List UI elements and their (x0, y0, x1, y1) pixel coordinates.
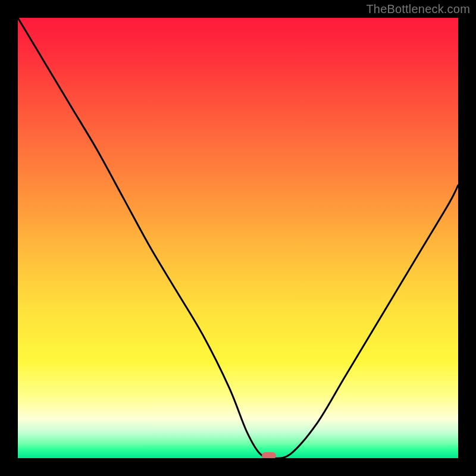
curve-svg (18, 18, 458, 458)
plot-area (18, 18, 458, 458)
bottleneck-curve (18, 18, 458, 458)
optimal-marker (262, 452, 276, 458)
chart-frame: TheBottleneck.com (0, 0, 476, 476)
watermark-text: TheBottleneck.com (366, 2, 470, 16)
